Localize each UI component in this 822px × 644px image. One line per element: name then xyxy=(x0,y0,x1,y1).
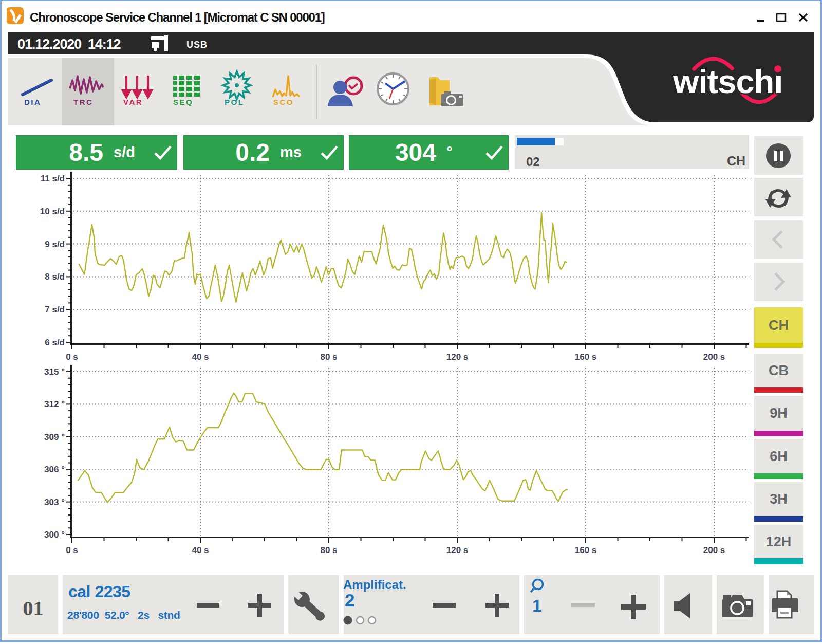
svg-text:306 °: 306 ° xyxy=(44,465,65,474)
svg-text:200 s: 200 s xyxy=(703,352,725,362)
svg-text:303 °: 303 ° xyxy=(44,498,65,507)
svg-text:0 s: 0 s xyxy=(66,352,78,362)
svg-text:309 °: 309 ° xyxy=(44,432,65,442)
svg-text:6 s/d: 6 s/d xyxy=(45,338,65,347)
svg-text:312 °: 312 ° xyxy=(44,399,65,409)
svg-text:40 s: 40 s xyxy=(192,545,209,555)
svg-text:80 s: 80 s xyxy=(320,352,337,362)
svg-text:315 °: 315 ° xyxy=(44,367,65,377)
svg-text:300 °: 300 ° xyxy=(44,530,65,540)
svg-text:7 s/d: 7 s/d xyxy=(45,305,65,315)
svg-text:80 s: 80 s xyxy=(320,545,337,555)
svg-text:10 s/d: 10 s/d xyxy=(40,207,65,216)
svg-text:11 s/d: 11 s/d xyxy=(41,174,65,183)
svg-text:160 s: 160 s xyxy=(575,352,597,362)
svg-text:0 s: 0 s xyxy=(66,545,78,555)
svg-text:40 s: 40 s xyxy=(192,352,209,362)
svg-text:160 s: 160 s xyxy=(575,545,597,555)
svg-text:8 s/d: 8 s/d xyxy=(45,272,65,282)
svg-text:120 s: 120 s xyxy=(446,352,469,362)
svg-text:200 s: 200 s xyxy=(703,545,725,555)
svg-text:9 s/d: 9 s/d xyxy=(45,240,65,249)
svg-text:120 s: 120 s xyxy=(446,545,469,555)
